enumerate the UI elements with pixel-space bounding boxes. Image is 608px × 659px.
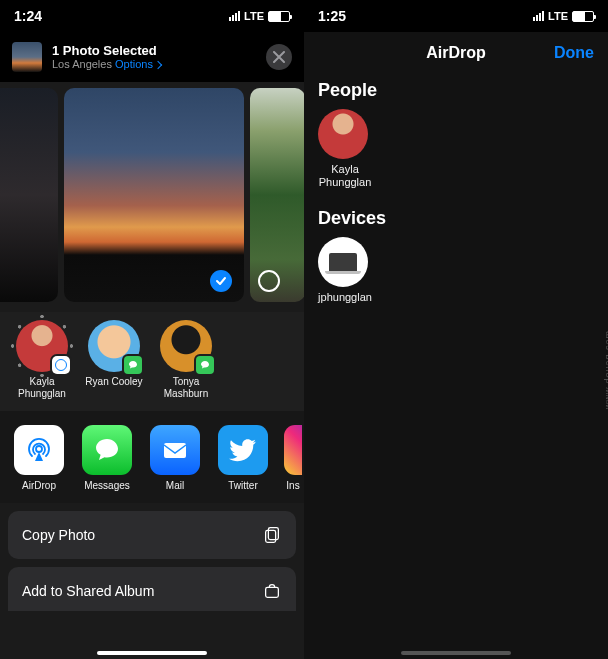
app-instagram[interactable]: Ins [284, 425, 302, 491]
app-label: Messages [80, 480, 134, 491]
airdrop-screen: 1:25 LTE AirDrop Done People Kayla Phung… [304, 0, 608, 659]
signal-icon [533, 11, 544, 21]
app-label: Ins [284, 480, 302, 491]
photo-strip[interactable] [0, 82, 304, 312]
status-time: 1:25 [318, 8, 346, 24]
svg-rect-3 [266, 530, 276, 542]
action-copy-photo[interactable]: Copy Photo [8, 511, 296, 559]
svg-rect-1 [164, 443, 186, 458]
contact-kayla[interactable]: Kayla Phungglan [10, 320, 74, 399]
contact-ryan[interactable]: Ryan Cooley [82, 320, 146, 399]
laptop-icon [329, 253, 357, 271]
mail-icon [150, 425, 200, 475]
share-subtitle: Los Angeles Options [52, 58, 256, 71]
twitter-icon [218, 425, 268, 475]
selected-thumbnail [12, 42, 42, 72]
contact-name: Kayla Phungglan [10, 376, 74, 399]
app-twitter[interactable]: Twitter [216, 425, 270, 491]
svg-rect-4 [266, 587, 279, 597]
status-indicators: LTE [229, 10, 290, 22]
app-label: AirDrop [12, 480, 66, 491]
device-icon [318, 237, 368, 287]
share-header: 1 Photo Selected Los Angeles Options [0, 32, 304, 82]
avatar [160, 320, 212, 372]
devices-section-title: Devices [304, 202, 608, 237]
chevron-right-icon [154, 61, 162, 69]
people-section-title: People [304, 74, 608, 109]
avatar [88, 320, 140, 372]
action-label: Copy Photo [22, 527, 95, 543]
share-title: 1 Photo Selected [52, 43, 256, 59]
photo-thumbnail[interactable] [250, 88, 304, 302]
close-icon [273, 51, 285, 63]
messages-icon [82, 425, 132, 475]
contact-tonya[interactable]: Tonya Mashburn [154, 320, 218, 399]
action-list: Copy Photo Add to Shared Album [0, 503, 304, 611]
contacts-row: Kayla Phungglan Ryan Cooley Tonya Mashbu… [0, 312, 304, 411]
action-label: Add to Shared Album [22, 583, 154, 599]
action-add-shared-album[interactable]: Add to Shared Album [8, 567, 296, 611]
photo-thumbnail[interactable] [64, 88, 244, 302]
copy-icon [262, 525, 282, 545]
person-kayla[interactable]: Kayla Phungglan [304, 109, 608, 202]
nav-bar: AirDrop Done [304, 32, 608, 74]
location-label: Los Angeles [52, 58, 112, 70]
app-airdrop[interactable]: AirDrop [12, 425, 66, 491]
instagram-icon [284, 425, 302, 475]
network-label: LTE [244, 10, 264, 22]
home-indicator[interactable] [401, 651, 511, 655]
avatar [318, 109, 368, 159]
watermark: www.deuaq.com [603, 330, 608, 409]
photo-thumbnail[interactable] [0, 88, 58, 302]
signal-icon [229, 11, 240, 21]
status-indicators: LTE [533, 10, 594, 22]
app-label: Mail [148, 480, 202, 491]
contact-name: Tonya Mashburn [154, 376, 218, 399]
app-row[interactable]: AirDrop Messages Mail Twitter [0, 411, 304, 503]
checkmark-icon [215, 275, 227, 287]
battery-icon [268, 11, 290, 22]
device-jphungglan[interactable]: jphungglan [304, 237, 608, 318]
app-mail[interactable]: Mail [148, 425, 202, 491]
contact-name: Ryan Cooley [82, 376, 146, 388]
battery-icon [572, 11, 594, 22]
messages-badge-icon [124, 356, 142, 374]
svg-rect-2 [268, 528, 278, 540]
shared-album-icon [262, 581, 282, 601]
airdrop-icon [14, 425, 64, 475]
close-button[interactable] [266, 44, 292, 70]
app-messages[interactable]: Messages [80, 425, 134, 491]
status-time: 1:24 [14, 8, 42, 24]
network-label: LTE [548, 10, 568, 22]
options-link[interactable]: Options [115, 58, 161, 70]
home-indicator[interactable] [97, 651, 207, 655]
done-button[interactable]: Done [554, 44, 594, 62]
messages-badge-icon [196, 356, 214, 374]
status-bar: 1:24 LTE [0, 0, 304, 32]
svg-point-0 [36, 446, 42, 452]
share-sheet-screen: 1:24 LTE 1 Photo Selected Los Angeles Op… [0, 0, 304, 659]
status-bar: 1:25 LTE [304, 0, 608, 32]
selection-indicator-selected[interactable] [210, 270, 232, 292]
person-name: Kayla Phungglan [318, 163, 372, 188]
airdrop-badge-icon [52, 356, 70, 374]
app-label: Twitter [216, 480, 270, 491]
avatar [16, 320, 68, 372]
device-name: jphungglan [318, 291, 372, 304]
selection-indicator-unselected[interactable] [258, 270, 280, 292]
